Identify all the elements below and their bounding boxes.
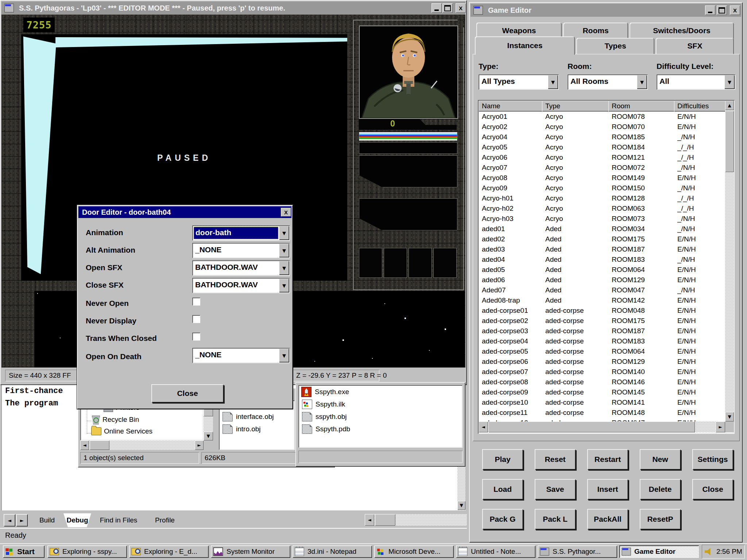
open-sfx-dropdown[interactable]: BATHDOOR.WAV ▼ (192, 260, 290, 276)
table-row[interactable]: Acryo02AcryoROOM070E/N/H (479, 122, 725, 132)
table-row[interactable]: aded-corpse11aded-corpseROOM148E/N/H (479, 408, 725, 418)
tab-switches-doors[interactable]: Switches/Doors (630, 23, 734, 39)
table-row[interactable]: aded03AdedROOM187E/N/H (479, 244, 725, 254)
animation-dropdown[interactable]: door-bath ▼ (192, 225, 290, 241)
close-icon[interactable]: X (456, 3, 466, 13)
table-row[interactable]: aded-corpse07aded-corpseROOM140E/N/H (479, 367, 725, 377)
close-button[interactable]: Close (151, 384, 224, 402)
room-filter-dropdown[interactable]: All Rooms ▼ (568, 74, 648, 90)
start-button[interactable]: Start (3, 545, 44, 558)
scroll-down-icon[interactable]: ▼ (204, 432, 213, 440)
file-item[interactable]: interface.obj (219, 411, 295, 423)
file-item[interactable]: sspyth.obj (298, 411, 462, 423)
table-row[interactable]: aded02AdedROOM175E/N/H (479, 234, 725, 244)
scrollbar-thumb[interactable] (725, 111, 734, 172)
table-row[interactable]: Aded08-trapAdedROOM142E/N/H (479, 295, 725, 306)
output-hscrollbar[interactable]: ◄ (365, 514, 467, 526)
button-settings[interactable]: Settings (692, 449, 733, 470)
table-row[interactable]: aded-corpse01aded-corpseROOM048E/N/H (479, 306, 725, 316)
file-item[interactable]: Sspyth.exe (298, 386, 462, 398)
scroll-down-icon[interactable]: ▼ (457, 501, 465, 510)
tab-scroll-left-icon[interactable]: ◄ (4, 514, 15, 526)
button-resetp[interactable]: ResetP (640, 509, 681, 529)
table-row[interactable]: Acryo-h03AcryoROOM073_/N/H (479, 214, 725, 224)
tree-item-recycle-bin[interactable]: Recycle Bin (91, 415, 139, 424)
task-button[interactable]: Game Editor (619, 545, 699, 558)
button-close[interactable]: Close (692, 479, 733, 499)
tab-build[interactable]: Build (31, 513, 63, 527)
table-row[interactable]: Acryo09AcryoROOM150_/N/H (479, 183, 725, 193)
dropdown-arrow-icon[interactable]: ▼ (279, 279, 289, 292)
table-row[interactable]: aded-corpse06aded-corpseROOM129E/N/H (479, 357, 725, 367)
tab-profile[interactable]: Profile (146, 513, 184, 527)
close-icon[interactable]: X (730, 5, 740, 15)
list-hscrollbar[interactable]: ◄ ► (479, 421, 725, 432)
tab-instances[interactable]: Instances (475, 36, 575, 55)
table-row[interactable]: Acryo01AcryoROOM078E/N/H (479, 112, 725, 122)
button-packall[interactable]: PackAll (587, 509, 628, 529)
minimize-button[interactable] (431, 3, 442, 13)
file-item[interactable]: Sspyth.pdb (298, 423, 462, 435)
type-filter-dropdown[interactable]: All Types ▼ (479, 74, 559, 90)
trans-when-closed-checkbox[interactable] (192, 332, 200, 341)
inventory-slot[interactable] (433, 248, 457, 278)
table-row[interactable]: aded-corpse10aded-corpseROOM141E/N/H (479, 397, 725, 408)
speaker-icon[interactable] (705, 548, 713, 555)
table-row[interactable]: aded04AdedROOM183_/N/H (479, 254, 725, 265)
game-editor-titlebar[interactable]: Game Editor (471, 4, 741, 17)
maximize-button[interactable] (442, 3, 453, 13)
table-row[interactable]: aded06AdedROOM129E/N/H (479, 275, 725, 285)
button-insert[interactable]: Insert (587, 479, 628, 499)
table-row[interactable]: aded-corpse02aded-corpseROOM175E/N/H (479, 316, 725, 326)
open-on-death-dropdown[interactable]: _NONE ▼ (192, 348, 290, 363)
dropdown-arrow-icon[interactable]: ▼ (279, 244, 289, 257)
table-row[interactable]: aded-corpse13aded-corpseROOM047E/N/H (479, 418, 725, 421)
button-play[interactable]: Play (482, 449, 523, 470)
dropdown-arrow-icon[interactable]: ▼ (279, 261, 289, 275)
button-pack-l[interactable]: Pack L (535, 509, 576, 529)
task-button[interactable]: S.S. Pythagor... (538, 545, 617, 558)
table-row[interactable]: aded-corpse08aded-corpseROOM146E/N/H (479, 377, 725, 387)
button-load[interactable]: Load (482, 479, 523, 499)
button-new[interactable]: New (640, 449, 681, 470)
inventory-slot[interactable] (359, 248, 382, 278)
scroll-up-icon[interactable]: ▲ (725, 101, 734, 110)
scroll-right-icon[interactable]: ► (195, 440, 204, 450)
task-button[interactable]: Exploring - E_d... (129, 545, 209, 558)
button-restart[interactable]: Restart (587, 449, 628, 470)
task-button[interactable]: 3d.ini - Notepad (293, 545, 372, 558)
maximize-button[interactable] (717, 5, 727, 15)
button-reset[interactable]: Reset (535, 449, 576, 470)
table-row[interactable]: Acryo05AcryoROOM184_/_/H (479, 142, 725, 152)
task-button[interactable]: Exploring - sspy... (47, 545, 127, 558)
table-row[interactable]: aded-corpse09aded-corpseROOM145E/N/H (479, 387, 725, 397)
game-window-titlebar[interactable]: S.S. Pythagoras - 'Lp03' - *** EDITOR MO… (1, 1, 465, 15)
tab-debug[interactable]: Debug (63, 513, 91, 527)
dropdown-arrow-icon[interactable]: ▼ (279, 349, 289, 362)
scroll-right-icon[interactable]: ► (716, 421, 725, 432)
inventory-slot[interactable] (409, 248, 432, 278)
column-header-name[interactable]: Name (479, 101, 545, 112)
table-row[interactable]: aded-corpse05aded-corpseROOM064E/N/H (479, 346, 725, 357)
button-save[interactable]: Save (535, 479, 576, 499)
never-open-checkbox[interactable] (192, 298, 200, 306)
file-list-pane[interactable]: Sspyth.exeSspyth.ilksspyth.objSspyth.pdb (298, 385, 462, 448)
difficulty-filter-dropdown[interactable]: All ▼ (657, 74, 735, 90)
task-button[interactable]: Untitled - Note... (456, 545, 535, 558)
never-display-checkbox[interactable] (192, 315, 200, 323)
alt-animation-dropdown[interactable]: _NONE ▼ (192, 243, 290, 258)
scrollbar-thumb[interactable] (375, 514, 395, 526)
dropdown-arrow-icon[interactable]: ▼ (279, 226, 289, 240)
table-row[interactable]: Acryo-h01AcryoROOM128_/_/H (479, 193, 725, 203)
tab-sfx[interactable]: SFX (656, 38, 734, 54)
file-item[interactable]: intro.obj (219, 423, 295, 435)
minimize-button[interactable] (705, 5, 715, 15)
tab-find-in-files[interactable]: Find in Files (92, 513, 145, 527)
dropdown-arrow-icon[interactable]: ▼ (724, 75, 735, 89)
table-row[interactable]: aded01AdedROOM034_/N/H (479, 224, 725, 234)
scroll-left-icon[interactable]: ◄ (365, 514, 374, 526)
inventory-slot[interactable] (384, 248, 407, 278)
tree-hscrollbar[interactable]: ◄ ► (80, 440, 204, 450)
scrollbar-thumb[interactable] (488, 421, 695, 432)
task-button[interactable]: System Monitor (211, 545, 290, 558)
